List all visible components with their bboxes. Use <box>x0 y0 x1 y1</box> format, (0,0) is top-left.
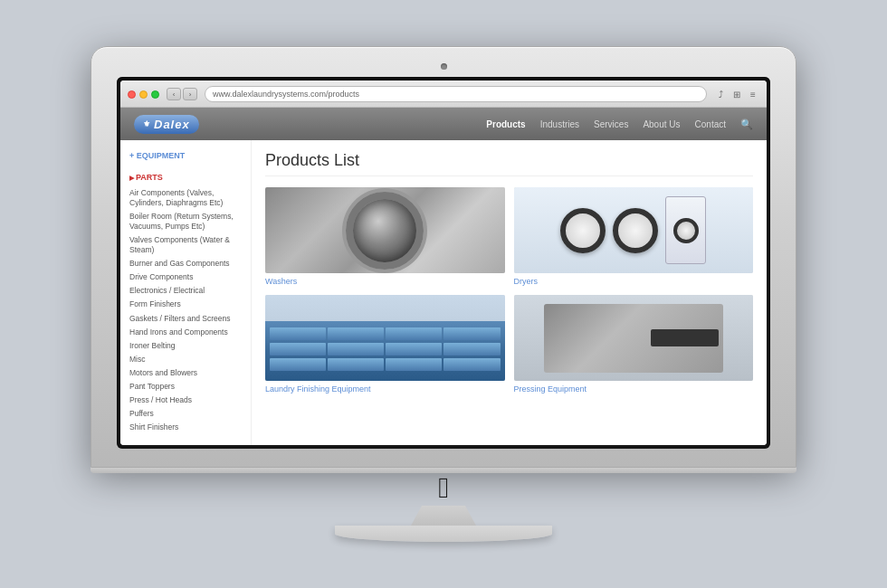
site-nav: Products Industries Services About Us Co… <box>486 119 753 130</box>
screen-bezel: ‹ › www.dalexlaundrysystems.com/products… <box>117 77 770 449</box>
product-label-dryers[interactable]: Dryers <box>514 277 754 286</box>
logo-text: Dalex <box>154 118 190 131</box>
laundry-unit <box>444 358 500 371</box>
sidebar-item-gaskets[interactable]: Gaskets / Filters and Screens <box>129 312 242 326</box>
laundry-unit <box>328 343 384 356</box>
nav-about[interactable]: About Us <box>643 119 680 129</box>
back-button[interactable]: ‹ <box>167 88 181 100</box>
camera <box>441 63 447 70</box>
browser-chrome: ‹ › www.dalexlaundrysystems.com/products… <box>120 81 767 108</box>
logo-container[interactable]: ⚜ Dalex <box>134 115 199 134</box>
dryer-machine <box>665 196 706 264</box>
product-label-laundry[interactable]: Laundry Finishing Equipment <box>265 384 505 394</box>
more-icon[interactable]: ≡ <box>747 88 759 100</box>
sidebar-item-burner[interactable]: Burner and Gas Components <box>129 257 242 270</box>
product-card-washers[interactable]: Washers <box>265 187 505 286</box>
logo-area: ⚜ Dalex <box>134 115 199 134</box>
traffic-lights <box>128 90 159 99</box>
page-title: Products List <box>265 151 753 176</box>
sidebar-item-ironer[interactable]: Ironer Belting <box>129 339 242 353</box>
monitor-stand:  <box>91 468 796 542</box>
sidebar-item-puffers[interactable]: Puffers <box>129 407 242 421</box>
forward-button[interactable]: › <box>183 88 197 100</box>
sidebar-item-valves[interactable]: Valves Components (Water & Steam) <box>129 233 242 257</box>
nav-products[interactable]: Products <box>486 119 525 129</box>
pressing-panel <box>651 329 719 347</box>
stand-neck <box>389 506 498 526</box>
laundry-unit <box>386 358 442 371</box>
stand-base <box>335 526 552 542</box>
browser-icons: ⤴ ⊞ ≡ <box>714 88 759 100</box>
laundry-unit <box>328 327 384 340</box>
sidebar-item-electronics[interactable]: Electronics / Electrical <box>129 284 242 298</box>
main-content: EQUIPMENT PARTS Air Components (Valves, … <box>120 140 767 445</box>
bookmark-icon[interactable]: ⊞ <box>730 88 743 100</box>
products-grid: Washers <box>265 187 753 394</box>
laundry-unit <box>270 327 326 340</box>
nav-industries[interactable]: Industries <box>540 119 579 129</box>
website: ⚜ Dalex Products Industries Services Abo… <box>120 108 767 445</box>
products-area: Products List Washers <box>252 140 767 445</box>
sidebar-item-boiler[interactable]: Boiler Room (Return Systems, Vacuums, Pu… <box>129 210 242 233</box>
sidebar: EQUIPMENT PARTS Air Components (Valves, … <box>120 140 252 445</box>
dryer-door-large <box>560 208 606 253</box>
fleur-de-lis-icon: ⚜ <box>143 119 150 128</box>
monitor-wrapper: ‹ › www.dalexlaundrysystems.com/products… <box>91 46 796 542</box>
laundry-unit <box>386 343 442 356</box>
sidebar-item-form[interactable]: Form Finishers <box>129 298 242 311</box>
washer-visual <box>265 187 505 273</box>
apple-logo:  <box>438 473 449 502</box>
laundry-unit <box>444 343 500 356</box>
sidebar-item-shirt[interactable]: Shirt Finishers <box>129 421 242 434</box>
laundry-unit <box>270 358 326 371</box>
laundry-row-1 <box>270 327 501 340</box>
laundry-unit <box>270 343 326 356</box>
sidebar-item-press[interactable]: Press / Hot Heads <box>129 394 242 407</box>
nav-contact[interactable]: Contact <box>695 119 726 129</box>
site-header: ⚜ Dalex Products Industries Services Abo… <box>120 108 767 140</box>
product-image-dryers <box>514 187 754 273</box>
minimize-button[interactable] <box>139 90 148 99</box>
sidebar-item-pant[interactable]: Pant Toppers <box>129 380 242 394</box>
pressing-visual <box>514 295 754 381</box>
laundry-row-3 <box>270 358 501 371</box>
laundry-machine <box>265 321 505 382</box>
dryer-visual <box>514 187 754 273</box>
share-icon[interactable]: ⤴ <box>714 88 727 100</box>
sidebar-item-misc[interactable]: Misc <box>129 353 242 366</box>
laundry-unit <box>444 327 500 340</box>
browser-window: ‹ › www.dalexlaundrysystems.com/products… <box>120 81 767 445</box>
product-image-washers <box>265 187 505 273</box>
laundry-unit <box>386 327 442 340</box>
sidebar-parts[interactable]: PARTS <box>129 173 242 182</box>
product-image-pressing <box>514 295 754 381</box>
product-card-pressing[interactable]: Pressing Equipment <box>514 295 754 394</box>
search-icon[interactable]: 🔍 <box>740 119 753 130</box>
sidebar-item-drive[interactable]: Drive Components <box>129 270 242 284</box>
maximize-button[interactable] <box>151 90 159 99</box>
sidebar-equipment[interactable]: EQUIPMENT <box>129 151 242 160</box>
sidebar-item-motors[interactable]: Motors and Blowers <box>129 366 242 380</box>
product-image-laundry <box>265 295 505 381</box>
sidebar-item-hand-irons[interactable]: Hand Irons and Components <box>129 326 242 339</box>
pressing-machine <box>544 304 723 373</box>
dryer-door-small <box>673 218 699 243</box>
product-card-dryers[interactable]: Dryers <box>514 187 754 286</box>
product-label-pressing[interactable]: Pressing Equipment <box>514 384 754 394</box>
url-text: www.dalexlaundrysystems.com/products <box>213 90 359 99</box>
laundry-visual <box>265 295 505 381</box>
sidebar-item-air[interactable]: Air Components (Valves, Cylinders, Diaph… <box>129 186 242 210</box>
monitor-body: ‹ › www.dalexlaundrysystems.com/products… <box>91 46 796 468</box>
laundry-unit <box>328 358 384 371</box>
nav-buttons: ‹ › <box>167 88 197 100</box>
dryer-door-large2 <box>613 208 658 253</box>
product-card-laundry[interactable]: Laundry Finishing Equipment <box>265 295 505 394</box>
monitor-top-bar <box>117 63 770 70</box>
laundry-row-2 <box>270 343 501 356</box>
nav-services[interactable]: Services <box>594 119 628 129</box>
product-label-washers[interactable]: Washers <box>265 277 505 286</box>
close-button[interactable] <box>128 90 136 99</box>
url-bar[interactable]: www.dalexlaundrysystems.com/products <box>205 86 707 102</box>
